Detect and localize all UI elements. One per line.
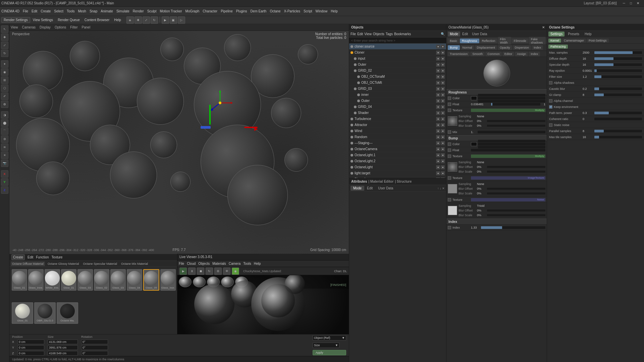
obj-ctrl-lock[interactable]: ● bbox=[441, 81, 445, 85]
lv-materials[interactable]: Materials bbox=[212, 262, 226, 265]
roughness-color-checkbox[interactable] bbox=[448, 97, 451, 100]
bump-color-swatch[interactable] bbox=[471, 142, 477, 146]
mat-index-subtab[interactable]: Index bbox=[532, 45, 543, 50]
render-settings-tab[interactable]: Render Settings bbox=[1, 17, 30, 23]
menu-item-mesh[interactable]: Mesh bbox=[78, 9, 86, 13]
objects-list-item-11[interactable]: Shader●● bbox=[349, 110, 446, 116]
tool-1[interactable]: ✦ bbox=[1, 60, 8, 68]
window-maximize[interactable]: □ bbox=[630, 1, 632, 5]
lv-thumb-1[interactable] bbox=[179, 277, 192, 287]
window-close[interactable]: ✕ bbox=[637, 1, 639, 5]
obj-ctrl-vis[interactable]: ● bbox=[436, 141, 440, 145]
menu-item-tools[interactable]: Tools bbox=[67, 9, 74, 13]
objects-list-item-14[interactable]: Wind●● bbox=[349, 128, 446, 134]
mat-filmwidth-tab[interactable]: Film Width bbox=[498, 37, 511, 45]
mat-ed-edit-tab[interactable]: Edit bbox=[460, 32, 470, 37]
index-checkbox[interactable] bbox=[448, 226, 451, 229]
mat-glass03[interactable]: Glass_03 bbox=[77, 269, 93, 291]
render-region-btn[interactable]: ▣ bbox=[170, 16, 177, 24]
menu-item-x-particles[interactable]: X-Particles bbox=[284, 9, 300, 13]
obj-ctrl-vis[interactable]: ● bbox=[436, 165, 440, 169]
viewport-tab-options[interactable]: Options bbox=[55, 25, 66, 29]
mat-filmnode-tab[interactable]: Filmnode bbox=[512, 39, 528, 43]
obj-ctrl-vis[interactable]: ● bbox=[436, 147, 440, 151]
obj-ctrl-vis[interactable]: ● bbox=[436, 57, 440, 61]
tool-camera[interactable]: 📷 bbox=[1, 160, 8, 167]
objects-list-item-19[interactable]: OctaneLight.2●● bbox=[349, 158, 446, 164]
obj-ctrl-lock[interactable]: ● bbox=[441, 63, 445, 67]
tool-select[interactable]: ↖ bbox=[1, 25, 8, 33]
bump-texture-bar[interactable]: Multiply bbox=[471, 155, 545, 158]
objects-list-item-3[interactable]: Outer●● bbox=[349, 62, 446, 68]
mat-assign-subtab[interactable]: Assign bbox=[515, 52, 528, 56]
mat-dispersion-subtab[interactable]: Dispersion bbox=[513, 45, 531, 50]
oct-bar-11[interactable] bbox=[594, 118, 642, 120]
render-queue-tab[interactable]: Render Queue bbox=[56, 17, 82, 22]
tool-spline[interactable]: ⌒ bbox=[1, 127, 8, 135]
live-viewer-canvas[interactable]: [FINISHED] bbox=[177, 275, 349, 334]
objects-list-item-18[interactable]: OctaneLight.1●● bbox=[349, 152, 446, 158]
roughness-float-checkbox[interactable] bbox=[448, 103, 451, 106]
tool-axis-y[interactable]: Y bbox=[1, 178, 8, 186]
size-dropdown[interactable]: Size ▼ bbox=[313, 343, 339, 348]
attr-tab-user-data[interactable]: User Data bbox=[375, 186, 396, 191]
obj-ctrl-vis[interactable]: ● bbox=[436, 159, 440, 163]
objects-list-item-22[interactable]: Plane.1●● bbox=[349, 176, 446, 178]
lv-view-btn[interactable]: 👁 bbox=[223, 267, 230, 275]
menu-item-edit[interactable]: Edit bbox=[32, 9, 37, 13]
menu-item-render[interactable]: Render bbox=[133, 9, 144, 13]
attr-tab-edit[interactable]: Edit bbox=[364, 186, 375, 191]
mix-checkbox[interactable] bbox=[448, 130, 451, 134]
tool-3[interactable]: ⊞ bbox=[1, 76, 8, 84]
transform-gizmo[interactable] bbox=[207, 89, 233, 116]
attr-tab-mode[interactable]: Mode bbox=[351, 186, 364, 191]
kern-post-tab[interactable]: Post-Settings bbox=[587, 39, 609, 43]
lv-tools[interactable]: Tools bbox=[243, 262, 251, 265]
obj-ctrl-lock[interactable]: ● bbox=[441, 117, 445, 121]
obj-edit-btn[interactable]: Edit bbox=[357, 32, 363, 36]
tool-light[interactable]: ☀ bbox=[1, 152, 8, 159]
tool-scale[interactable]: ⤢ bbox=[1, 42, 8, 49]
oct-checkbox-12[interactable] bbox=[549, 123, 552, 127]
tool-6[interactable]: ✿ bbox=[1, 101, 8, 108]
oct-bar-14[interactable] bbox=[594, 136, 642, 138]
lv-settings-btn[interactable]: ⚙ bbox=[214, 267, 222, 275]
octane-mix-tab[interactable]: Octane Mix Material bbox=[120, 261, 149, 266]
obj-ctrl-lock[interactable]: ● bbox=[441, 141, 445, 145]
obj-ctrl-lock[interactable]: ● bbox=[441, 147, 445, 151]
obj-ctrl-lock[interactable]: ● bbox=[441, 165, 445, 169]
obj-ctrl-lock[interactable]: ● bbox=[441, 123, 445, 127]
tool-sculpt[interactable]: ⬤ bbox=[1, 119, 8, 127]
roughness-texture-bar[interactable]: Multiply bbox=[471, 109, 545, 112]
obj-ctrl-lock[interactable]: ● bbox=[441, 111, 445, 115]
oct-checkbox-5[interactable] bbox=[549, 81, 552, 84]
tool-2[interactable]: ◉ bbox=[1, 68, 8, 76]
lv-play-btn[interactable]: ▶ bbox=[179, 267, 187, 275]
oct-help-tab[interactable]: Help bbox=[583, 32, 594, 37]
texture2-bar[interactable]: Noise bbox=[471, 198, 545, 201]
objects-list-item-20[interactable]: OctaneLight●● bbox=[349, 164, 446, 170]
objects-list-item-0[interactable]: cloner.source●● bbox=[349, 44, 446, 50]
help-tab[interactable]: Help bbox=[112, 17, 123, 22]
obj-ctrl-vis[interactable]: ● bbox=[436, 111, 440, 115]
obj-ctrl-vis[interactable]: ● bbox=[436, 51, 440, 55]
scale-btn[interactable]: ⤢ bbox=[143, 16, 150, 24]
obj-tags-btn[interactable]: Tags bbox=[386, 32, 393, 36]
texture2-checkbox[interactable] bbox=[448, 198, 451, 201]
menu-item-plugins[interactable]: Plugins bbox=[236, 9, 247, 13]
mat-glass03b[interactable]: Glass_03 bbox=[110, 269, 126, 291]
pathtracing-tab[interactable]: Pathtracing bbox=[548, 45, 568, 49]
object-type-dropdown[interactable]: Object (Ref) ▼ bbox=[313, 335, 346, 341]
objects-search-bar[interactable]: < Enter your search string here > bbox=[349, 38, 446, 44]
texture1-checkbox[interactable] bbox=[448, 176, 451, 180]
menu-item-create[interactable]: Create bbox=[41, 9, 51, 13]
octane-glossy-tab[interactable]: Octane Glossy Material bbox=[46, 261, 80, 266]
oct-bar-7[interactable] bbox=[594, 94, 642, 96]
obj-ctrl-lock[interactable]: ● bbox=[441, 99, 445, 103]
tool-generator[interactable]: ⚙ bbox=[1, 135, 8, 143]
mat-glass-inner[interactable]: Glass_Inne. bbox=[28, 269, 44, 291]
viewport-tab-display[interactable]: Display bbox=[40, 25, 51, 29]
mat-create-btn[interactable]: Create bbox=[11, 254, 25, 260]
lv-stop-btn[interactable]: ⏹ bbox=[197, 267, 204, 275]
lv-objects[interactable]: Objects bbox=[198, 262, 210, 265]
